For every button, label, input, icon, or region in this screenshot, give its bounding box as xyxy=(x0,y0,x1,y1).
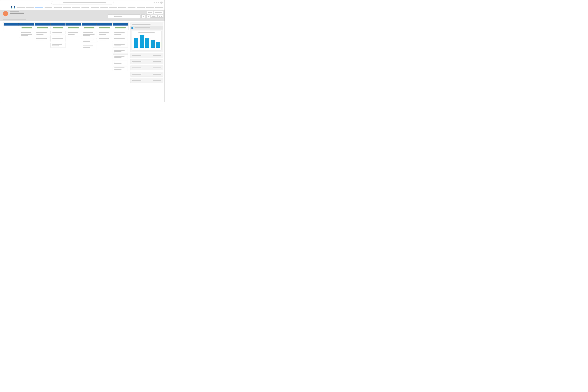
kanban-column-header[interactable] xyxy=(97,23,112,26)
titlebar xyxy=(0,0,164,5)
kanban-card[interactable] xyxy=(97,37,112,42)
nav-tab[interactable] xyxy=(100,7,108,8)
card-text-line xyxy=(114,56,124,56)
kanban-sublabel xyxy=(84,27,94,28)
action-icon-button[interactable] xyxy=(146,14,150,18)
card-text-line xyxy=(52,40,59,40)
action-icon-button[interactable] xyxy=(142,14,145,18)
kanban-card[interactable] xyxy=(97,31,112,36)
kanban-card[interactable] xyxy=(35,31,50,36)
chart-x-labels xyxy=(133,48,160,49)
header-button-a[interactable] xyxy=(147,11,153,14)
nav-tab[interactable] xyxy=(128,7,136,8)
kanban-card[interactable] xyxy=(35,37,50,42)
kanban-sublabel xyxy=(53,27,64,28)
search-input[interactable] xyxy=(113,14,140,18)
nav-tab[interactable] xyxy=(35,7,43,8)
side-item-label xyxy=(132,55,141,56)
card-text-line xyxy=(83,34,94,34)
side-panel xyxy=(130,22,163,83)
global-search[interactable] xyxy=(51,1,114,4)
kanban-card[interactable] xyxy=(50,43,66,48)
side-tab-label[interactable] xyxy=(134,27,150,28)
card-text-line xyxy=(83,46,93,46)
side-list-item[interactable] xyxy=(130,78,163,83)
kanban-card[interactable] xyxy=(113,31,128,36)
kanban-column xyxy=(4,31,19,71)
side-item-value xyxy=(153,61,161,62)
side-list-item[interactable] xyxy=(130,53,163,58)
nav-tab[interactable] xyxy=(137,7,145,8)
side-item-value xyxy=(153,74,161,74)
kanban-card[interactable] xyxy=(113,37,128,42)
kanban-card[interactable] xyxy=(113,66,128,71)
list-search[interactable] xyxy=(108,14,140,18)
card-text-line xyxy=(52,46,59,46)
kanban-card[interactable] xyxy=(50,31,66,34)
kanban-board xyxy=(3,22,128,83)
kanban-column-header[interactable] xyxy=(82,23,96,26)
side-list-item[interactable] xyxy=(130,60,163,64)
card-text-line xyxy=(68,32,78,33)
kanban-card[interactable] xyxy=(113,43,128,48)
kanban-card[interactable] xyxy=(113,60,128,65)
card-text-line xyxy=(114,69,122,70)
kanban-column-header[interactable] xyxy=(4,23,19,26)
header-action-icon[interactable] xyxy=(158,2,159,3)
card-text-line xyxy=(114,57,122,58)
header-button-c[interactable] xyxy=(151,15,157,18)
kanban-column-header[interactable] xyxy=(113,23,128,26)
side-item-label xyxy=(132,61,141,62)
nav-tab[interactable] xyxy=(44,7,52,8)
nav-tab[interactable] xyxy=(82,7,90,8)
kanban-card[interactable] xyxy=(82,44,97,49)
nav-tab[interactable] xyxy=(17,7,25,8)
kanban-column-header[interactable] xyxy=(19,23,34,26)
kanban-card[interactable] xyxy=(66,31,81,36)
app-launcher-icon[interactable] xyxy=(12,6,14,9)
card-text-line xyxy=(114,38,124,39)
card-text-line xyxy=(36,40,44,40)
kanban-column xyxy=(35,31,50,71)
record-avatar xyxy=(3,11,8,16)
chart-x-label xyxy=(150,48,154,49)
card-text-line xyxy=(83,40,93,40)
header-action-icon[interactable] xyxy=(156,2,157,3)
record-subtitle xyxy=(10,11,20,12)
avatar-icon[interactable] xyxy=(160,2,163,4)
kanban-column-header[interactable] xyxy=(66,23,81,26)
kanban-card[interactable] xyxy=(82,31,97,38)
chart-title xyxy=(138,32,155,33)
header-button-b[interactable] xyxy=(154,11,163,14)
kanban-column-header[interactable] xyxy=(35,23,50,26)
card-text-line xyxy=(83,47,90,48)
nav-tab[interactable] xyxy=(72,7,80,8)
nav-tab[interactable] xyxy=(155,7,163,8)
nav-tab[interactable] xyxy=(109,7,117,8)
header-button-d[interactable] xyxy=(158,15,163,18)
side-list-item[interactable] xyxy=(130,66,163,70)
kanban-column xyxy=(82,31,97,71)
header-action-icon[interactable] xyxy=(154,2,155,3)
side-list-item[interactable] xyxy=(130,72,163,76)
nav-tab[interactable] xyxy=(54,7,62,8)
kanban-card[interactable] xyxy=(19,31,34,38)
kanban-column xyxy=(19,31,34,71)
chart-x-label xyxy=(156,48,160,49)
kanban-card[interactable] xyxy=(50,35,66,42)
nav-tab[interactable] xyxy=(118,7,126,8)
search-scope-select[interactable] xyxy=(108,14,113,18)
kanban-column xyxy=(97,31,112,71)
chart-x-label xyxy=(140,48,144,49)
nav-tab[interactable] xyxy=(146,7,154,8)
kanban-card[interactable] xyxy=(113,48,128,54)
kanban-column-header[interactable] xyxy=(50,23,66,26)
kanban-column xyxy=(50,31,66,71)
kanban-card[interactable] xyxy=(113,54,128,60)
kanban-column xyxy=(66,31,81,71)
nav-tab[interactable] xyxy=(63,7,71,8)
nav-tab[interactable] xyxy=(26,7,34,8)
kanban-card[interactable] xyxy=(82,38,97,43)
nav-tab[interactable] xyxy=(91,7,98,8)
kanban-sublabel xyxy=(37,27,48,28)
